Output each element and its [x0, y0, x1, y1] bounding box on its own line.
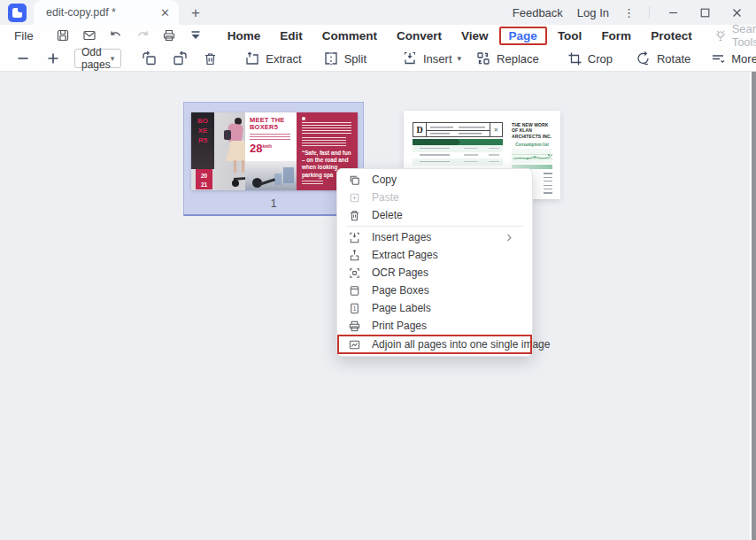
context-menu-separator	[346, 226, 523, 227]
page2-invoice-header: D ✕	[413, 122, 503, 137]
page1-headline: MEET THE BOXER5	[250, 117, 293, 132]
search-tools-label: Search Tools	[732, 22, 756, 49]
minimize-button[interactable]	[664, 4, 682, 21]
page1-logo-dot	[302, 117, 305, 120]
feedback-link[interactable]: Feedback	[513, 6, 563, 19]
quick-tools-dropdown-icon[interactable]	[185, 27, 207, 44]
search-tools[interactable]: Search Tools	[714, 22, 756, 49]
menu-comment[interactable]: Comment	[312, 27, 387, 44]
copy-icon	[347, 173, 361, 187]
page2-subtitle: Consumption list	[512, 143, 552, 147]
email-icon[interactable]	[79, 27, 101, 44]
save-icon[interactable]	[52, 27, 74, 44]
menu-home[interactable]: Home	[218, 27, 271, 44]
page2-table-header	[413, 139, 503, 145]
rotate-left-icon[interactable]	[141, 50, 158, 67]
login-link[interactable]: Log In	[577, 6, 609, 19]
context-menu: Copy Paste Delete Insert Pages Extract P…	[336, 168, 533, 357]
menu-form[interactable]: Form	[591, 27, 641, 44]
close-button[interactable]	[728, 4, 745, 21]
page2-logo: D	[413, 123, 427, 136]
zoom-in-button[interactable]	[46, 51, 60, 66]
split-icon	[323, 50, 339, 66]
submenu-chevron-icon	[506, 234, 513, 242]
page2-chart	[512, 149, 552, 163]
extract-button[interactable]: Extract	[244, 50, 301, 66]
page1-signature-lines	[302, 181, 323, 185]
more-button[interactable]: More ❯	[710, 50, 756, 66]
page1-scooter-photo	[245, 161, 297, 190]
svg-text:1: 1	[352, 305, 356, 311]
context-item-delete[interactable]: Delete	[337, 206, 532, 224]
context-item-page-labels[interactable]: 1 Page Labels	[337, 299, 532, 317]
rotate-button[interactable]: Rotate	[636, 50, 690, 66]
search-tools-icon	[714, 29, 727, 42]
context-item-insert-pages[interactable]: Insert Pages	[337, 228, 532, 246]
app-logo-icon	[8, 4, 27, 22]
page1-paragraph-lines	[302, 137, 346, 146]
replace-icon	[475, 50, 491, 66]
context-item-page-boxes[interactable]: Page Boxes	[337, 282, 532, 299]
page-labels-icon: 1	[347, 301, 361, 315]
delete-page-icon[interactable]	[203, 51, 218, 66]
page-filter-dropdown[interactable]: Odd pages ▾	[74, 49, 121, 68]
menu-tool[interactable]: Tool	[548, 27, 592, 44]
print-icon	[347, 319, 361, 333]
extract-pages-icon	[347, 248, 361, 262]
split-button[interactable]: Split	[323, 50, 366, 66]
maximize-button[interactable]	[696, 4, 714, 21]
chevron-down-icon: ▾	[458, 54, 462, 63]
chevron-down-icon: ▾	[111, 54, 115, 63]
tab-close-icon[interactable]: ✕	[160, 7, 170, 19]
menu-list: Home Edit Comment Convert View Page Tool…	[218, 27, 702, 45]
page2-header-mark: ✕	[490, 123, 502, 136]
context-item-print-pages[interactable]: Print Pages	[337, 317, 532, 335]
crop-icon	[567, 51, 582, 66]
rotate-icon	[636, 50, 652, 66]
zoom-out-button[interactable]	[16, 51, 30, 66]
new-tab-button[interactable]: +	[191, 5, 200, 20]
menu-edit[interactable]: Edit	[270, 27, 312, 44]
print-icon[interactable]	[158, 27, 181, 44]
context-item-adjoin-pages[interactable]: Adjoin all pages into one single image	[337, 335, 532, 354]
menubar: File Home Edit Comment Convert View Page…	[0, 25, 756, 46]
titlebar: edit-copy.pdf * ✕ + Feedback Log In ⋮	[0, 0, 756, 25]
insert-pages-icon	[347, 230, 361, 244]
more-menu-icon[interactable]: ⋮	[623, 6, 635, 19]
trash-icon	[347, 208, 361, 222]
adjoin-image-icon	[347, 337, 361, 351]
page1-paragraph-lines	[302, 122, 351, 135]
page1-speed-value: 28km/h	[250, 143, 293, 154]
context-item-extract-pages[interactable]: Extract Pages	[337, 246, 532, 264]
menu-protect[interactable]: Protect	[641, 27, 702, 44]
toolbar: Odd pages ▾ Extract Split Insert ▾ Repla…	[0, 46, 756, 72]
page-boxes-icon	[347, 283, 361, 297]
page-filter-value: Odd pages	[81, 46, 111, 71]
page1-side-letters: BO	[191, 117, 214, 127]
menu-view[interactable]: View	[451, 27, 498, 44]
file-menu[interactable]: File	[14, 29, 34, 42]
page-1-thumbnail[interactable]: BO XE R5 20 21	[191, 112, 358, 190]
document-tab[interactable]: edit-copy.pdf * ✕	[34, 0, 179, 25]
menu-convert[interactable]: Convert	[387, 27, 451, 44]
ocr-icon	[347, 266, 361, 280]
context-item-paste: Paste	[337, 189, 532, 206]
insert-button[interactable]: Insert ▾	[402, 50, 461, 66]
page2-title: THE NEW WORK OF KLAN ARCHITECTS INC.	[512, 122, 552, 139]
replace-button[interactable]: Replace	[475, 50, 539, 66]
page2-header-cells	[427, 123, 490, 136]
crop-button[interactable]: Crop	[567, 51, 613, 66]
menu-page[interactable]: Page	[499, 27, 547, 45]
context-item-ocr-pages[interactable]: OCR Pages	[337, 264, 532, 282]
tab-title: edit-copy.pdf *	[46, 6, 116, 19]
undo-icon[interactable]	[105, 27, 127, 44]
extract-icon	[244, 50, 260, 66]
context-item-copy[interactable]: Copy	[337, 171, 532, 189]
redo-icon[interactable]	[132, 27, 154, 44]
more-lines-icon	[710, 50, 726, 66]
window-right-edge	[750, 72, 756, 540]
page1-year-badge: 20 21	[196, 169, 212, 189]
rotate-right-icon[interactable]	[172, 50, 189, 67]
paste-icon	[347, 190, 361, 204]
app-window: edit-copy.pdf * ✕ + Feedback Log In ⋮ Fi…	[0, 0, 756, 540]
